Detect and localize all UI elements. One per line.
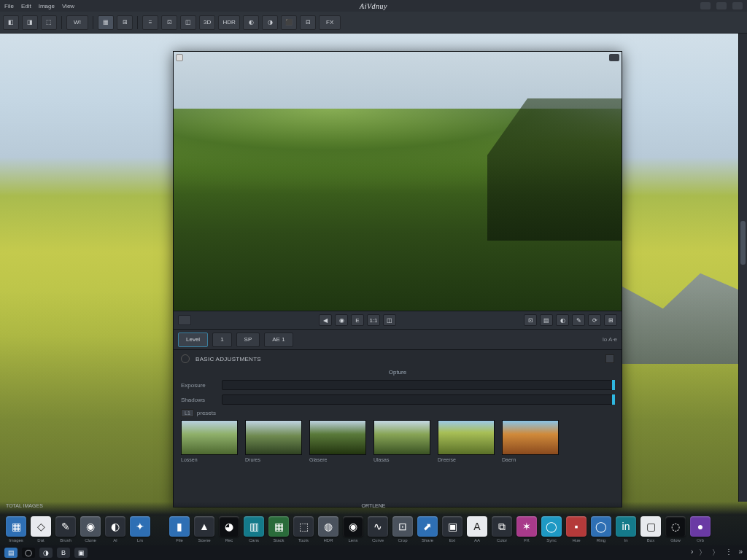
dock-app-dat[interactable]: ◇Dat	[31, 516, 51, 542]
nav-next-icon[interactable]: ›	[691, 548, 693, 558]
toolbar-separator	[137, 16, 138, 29]
dock-app-glow[interactable]: ◌Glow	[665, 516, 686, 542]
dock-app-share[interactable]: ⬈Share	[417, 516, 438, 542]
dock-app-crop[interactable]: ⊡Crop	[392, 516, 413, 542]
tray-item-0[interactable]: ▤	[4, 548, 18, 558]
compare-button[interactable]: ◫	[383, 314, 396, 326]
panel-menu-icon[interactable]	[605, 354, 614, 363]
tool-btn-9[interactable]: 3D	[199, 15, 215, 30]
tray-item-3[interactable]: B	[57, 548, 70, 558]
rotate-icon[interactable]: ⟳	[588, 314, 601, 326]
dock-app-clone[interactable]: ◉Clone	[80, 516, 101, 542]
dock-app-lens[interactable]: ◉Lens	[343, 516, 363, 542]
tool-btn-7[interactable]: ⊡	[161, 15, 177, 30]
tray-item-4[interactable]: ▣	[74, 548, 88, 558]
search-icon[interactable]	[176, 54, 183, 61]
tool-btn-8[interactable]: ◫	[180, 15, 196, 30]
dock-app-curve[interactable]: ∿Curve	[368, 516, 388, 542]
dock-app-color[interactable]: ⧉Color	[492, 516, 512, 542]
vertical-scrollbar[interactable]	[738, 34, 747, 502]
tool-btn-0[interactable]: ◧	[3, 15, 19, 30]
nav-fwd2-icon[interactable]: 〉	[712, 548, 719, 558]
tab-ae1[interactable]: AE 1	[264, 332, 293, 347]
menu-view[interactable]: View	[62, 3, 74, 9]
tool-btn-15[interactable]: FX	[319, 15, 341, 30]
nav-more-icon[interactable]: ⋮	[725, 548, 732, 558]
app-label: Hue	[572, 538, 580, 542]
menu-edit[interactable]: Edit	[21, 3, 31, 9]
dock-app-hdr[interactable]: ◍HDR	[318, 516, 338, 542]
tool-btn-4[interactable]: ▦	[98, 15, 114, 30]
slider-track[interactable]	[222, 380, 614, 390]
dock-app-aa[interactable]: AAA	[467, 516, 487, 542]
dock-app-ext[interactable]: ▣Ext	[442, 516, 462, 542]
window-max-icon[interactable]	[716, 2, 727, 9]
app-label: Stack	[273, 538, 284, 542]
image-preview[interactable]	[174, 52, 622, 311]
preset-3[interactable]: Ulasas	[374, 420, 430, 462]
tool-btn-10[interactable]: HDR	[218, 15, 240, 30]
tab-level[interactable]: Level	[178, 332, 208, 347]
dock-app-ring[interactable]: ◯Ring	[591, 516, 611, 542]
dock-app-file[interactable]: ▮File	[169, 516, 190, 542]
dock-app-cans[interactable]: ▥Cans	[244, 516, 264, 542]
app-label: Curve	[372, 538, 384, 542]
menu-file[interactable]: File	[4, 3, 14, 9]
grid-icon[interactable]: ▤	[540, 314, 553, 326]
dock-app-hue[interactable]: ▪Hue	[566, 516, 587, 542]
crop-icon[interactable]: ⊡	[524, 314, 537, 326]
dock-app-al[interactable]: ◐Al	[105, 516, 125, 542]
preview-close-icon[interactable]	[609, 54, 619, 61]
play-button[interactable]: ◉	[335, 314, 348, 326]
tool-btn-6[interactable]: ≡	[142, 15, 158, 30]
mask-icon[interactable]: ◐	[556, 314, 569, 326]
tab-sp[interactable]: SP	[236, 332, 260, 347]
tool-btn-11[interactable]: ◐	[243, 15, 259, 30]
dock-app-stack[interactable]: ▦Stack	[268, 516, 289, 542]
dock-app-images[interactable]: ▦Images	[6, 516, 26, 542]
dock-app-lrs[interactable]: ✦Lrs	[130, 516, 150, 542]
dock-app-orb[interactable]: ●Orb	[690, 516, 711, 542]
window-close-icon[interactable]	[732, 2, 743, 9]
tool-btn-14[interactable]: ⊟	[300, 15, 316, 30]
layout-icon[interactable]: ⊞	[604, 314, 617, 326]
tab-1[interactable]: 1	[212, 332, 231, 347]
dock-app-rec[interactable]: ◕Rec	[219, 516, 239, 542]
exposure-button[interactable]: E	[351, 314, 364, 326]
preset-thumb-icon	[502, 420, 559, 455]
prev-image-button[interactable]: ◀	[319, 314, 332, 326]
preset-1[interactable]: Drures	[245, 420, 302, 462]
dock-app-tools[interactable]: ⬚Tools	[293, 516, 314, 542]
app-icon: ●	[690, 516, 711, 537]
dock-app-fx[interactable]: ✶FX	[516, 516, 537, 542]
preset-5[interactable]: Daern	[502, 420, 559, 462]
dock-app-in[interactable]: inIn	[616, 516, 636, 542]
tool-btn-3[interactable]: W!	[66, 15, 88, 30]
menu-image[interactable]: Image	[39, 3, 55, 9]
preset-4[interactable]: Dreerse	[438, 420, 495, 462]
tray-item-1[interactable]: ◯	[22, 548, 35, 558]
nav-fwd-icon[interactable]: 〉	[699, 548, 706, 558]
slider-track[interactable]	[222, 394, 614, 405]
nav-end-icon[interactable]: »	[738, 548, 743, 558]
window-controls	[700, 2, 743, 9]
tool-btn-13[interactable]: ⬛	[281, 15, 297, 30]
tray-item-2[interactable]: ◑	[39, 548, 53, 558]
tool-btn-5[interactable]: ⊞	[117, 15, 133, 30]
zoom-100-button[interactable]: 1:1	[367, 314, 380, 326]
dock-app-box[interactable]: ▢Box	[640, 516, 661, 542]
window-min-icon[interactable]	[700, 2, 711, 9]
histogram-icon[interactable]	[178, 315, 191, 325]
tool-btn-1[interactable]: ◨	[22, 15, 38, 30]
preset-0[interactable]: Lossen	[181, 420, 238, 462]
dock-app-brush[interactable]: ✎Brush	[55, 516, 76, 542]
app-label: AA	[474, 538, 480, 542]
tool-btn-12[interactable]: ◑	[262, 15, 278, 30]
tool-btn-2[interactable]: ⬚	[41, 15, 57, 30]
preset-2[interactable]: Glasere	[309, 420, 366, 462]
panel-toggle-icon[interactable]	[181, 354, 190, 363]
dock-app-sync[interactable]: ◯Sync	[541, 516, 562, 542]
edit-icon[interactable]: ✎	[572, 314, 585, 326]
app-icon: ◯	[591, 516, 611, 537]
dock-app-scene[interactable]: ▲Scene	[194, 516, 214, 542]
